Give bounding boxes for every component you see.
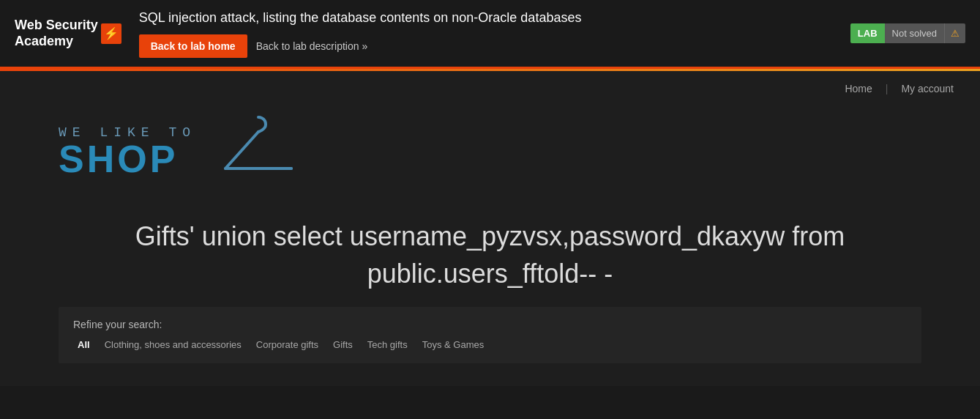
back-to-lab-description-link[interactable]: Back to lab description » (256, 40, 368, 52)
shop-nav: Home | My account (0, 71, 980, 106)
top-bar: Web Security Academy ⚡ SQL injection att… (0, 0, 980, 69)
logo-text: Web Security Academy (15, 18, 98, 49)
back-to-lab-home-button[interactable]: Back to lab home (139, 34, 247, 58)
filter-tag-gifts[interactable]: Gifts (329, 338, 357, 352)
filter-tag-tech-gifts[interactable]: Tech gifts (363, 338, 412, 352)
filter-tag-all[interactable]: All (73, 338, 94, 352)
hanger-icon (218, 114, 299, 189)
refine-label: Refine your search: (73, 319, 907, 330)
lab-title: SQL injection attack, listing the databa… (139, 9, 833, 27)
lab-actions: Back to lab home Back to lab description… (139, 34, 833, 58)
nav-separator: | (886, 83, 889, 94)
lab-badge: LAB (850, 23, 885, 43)
filter-tags: AllClothing, shoes and accessoriesCorpor… (73, 338, 907, 352)
search-title: Gifts' union select username_pyzvsx,pass… (0, 204, 980, 307)
not-solved-badge: Not solved (885, 23, 944, 43)
refine-section: Refine your search: AllClothing, shoes a… (59, 307, 921, 363)
warning-icon[interactable]: ⚠ (944, 23, 965, 43)
nav-home-link[interactable]: Home (840, 81, 876, 96)
shop-logo-text: WE LIKE TO SHOP (59, 125, 196, 178)
filter-tag-clothing--shoes-and-accessories[interactable]: Clothing, shoes and accessories (100, 338, 246, 352)
filter-tag-toys---games[interactable]: Toys & Games (418, 338, 489, 352)
shop-word-text: SHOP (59, 140, 196, 178)
shop-logo-area: WE LIKE TO SHOP (0, 106, 980, 204)
logo-container: Web Security Academy ⚡ (15, 18, 121, 49)
chevron-right-icon: » (362, 40, 368, 52)
lightning-icon: ⚡ (101, 23, 121, 44)
filter-tag-corporate-gifts[interactable]: Corporate gifts (252, 338, 323, 352)
lab-info: SQL injection attack, listing the databa… (139, 9, 833, 58)
shop-area: Home | My account WE LIKE TO SHOP Gifts'… (0, 71, 980, 386)
nav-my-account-link[interactable]: My account (897, 81, 958, 96)
lab-status: LAB Not solved ⚠ (850, 23, 965, 43)
